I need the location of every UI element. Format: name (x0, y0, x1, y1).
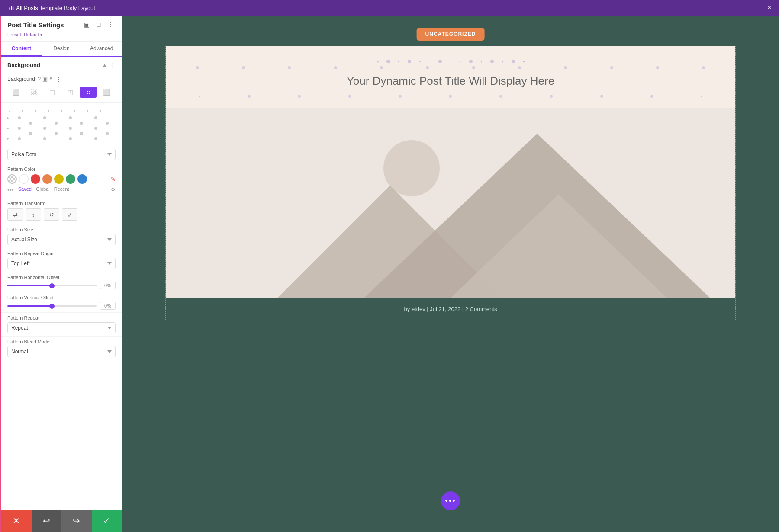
desktop-icon[interactable]: ▣ (82, 20, 91, 29)
color-tab-recent[interactable]: Recent (54, 186, 69, 193)
swatch-yellow[interactable] (54, 174, 64, 184)
pattern-none[interactable]: ⬜ (7, 87, 24, 98)
section-title: Background (7, 62, 40, 68)
color-pencil-icon[interactable]: ✎ (110, 176, 116, 183)
pattern-color-label: Pattern Color (7, 167, 116, 172)
tab-advanced[interactable]: Advanced (81, 42, 122, 57)
swatch-blue[interactable] (77, 174, 87, 184)
pattern-blend-mode-row: Pattern Blend Mode Normal Multiply Scree… (1, 337, 122, 360)
pattern-size-select[interactable]: Actual Size Cover Contain Custom (7, 234, 116, 245)
transform-reset[interactable]: ↺ (44, 208, 59, 221)
pattern-repeat-origin-label: Pattern Repeat Origin (7, 251, 116, 256)
pattern-size-row: Pattern Size Actual Size Cover Contain C… (1, 224, 122, 248)
selection-row-top: ◂ ▾ ▾ ▾ ▾ ▾ ▸ (174, 59, 727, 64)
section-more-icon[interactable]: ⋮ (110, 62, 116, 68)
color-tabs-row: ••• Saved Global Recent ⚙ (7, 186, 116, 193)
pattern-color-row: Pattern Color ✎ ••• Saved Global Recent (1, 163, 122, 197)
panel-title-icons: ▣ □ ⋮ (82, 20, 116, 29)
swatch-transparent[interactable] (7, 174, 17, 184)
dots-row-3: ◂ ▸ (174, 94, 727, 98)
panel-content: Background ▲ ⋮ Background ? ▣ ↖ ⋮ ⬜ (1, 57, 122, 510)
polka-dots-preview: ◂ ▾ ▾ ▾ ▾ ▾ ▾ ▾ ▸ (1, 103, 122, 146)
tabs-row: Content Design Advanced (1, 42, 122, 57)
post-title-text: Your Dynamic Post Title Will Display Her… (347, 74, 554, 87)
pattern-vertical-offset-label: Pattern Vertical Offset (7, 295, 116, 300)
section-header-background: Background ▲ ⋮ (1, 57, 122, 72)
post-title-display: Your Dynamic Post Title Will Display Her… (174, 70, 727, 92)
left-panel: Post Title Settings ▣ □ ⋮ Preset: Defaul… (0, 16, 122, 532)
pattern-vertical-offset-row: Pattern Vertical Offset (1, 292, 122, 313)
three-dots-icon: ••• (445, 497, 456, 506)
tab-content[interactable]: Content (1, 42, 42, 57)
three-dots-button[interactable]: ••• (441, 491, 460, 510)
color-tab-global[interactable]: Global (36, 186, 50, 193)
pattern-polkadot[interactable]: ⠿ (80, 87, 97, 98)
vertical-slider-track[interactable] (7, 305, 97, 307)
pattern-video[interactable]: ◳ (62, 87, 78, 98)
pattern-repeat-row: Pattern Repeat Repeat Repeat X Repeat Y … (1, 313, 122, 337)
save-button[interactable]: ✓ (92, 510, 122, 532)
color-swatches: ✎ (7, 174, 116, 184)
transform-flip-h[interactable]: ⇄ (7, 208, 23, 221)
pattern-type-select[interactable]: Polka Dots Stripes Checkerboard Grid Non… (7, 149, 116, 160)
horizontal-offset-input[interactable] (100, 282, 116, 289)
pattern-transform-row: Pattern Transform ⇄ ↕ ↺ ⤢ (1, 197, 122, 224)
undo-button[interactable]: ↩ (32, 510, 62, 532)
transform-icons: ⇄ ↕ ↺ ⤢ (7, 208, 116, 221)
post-image-area (166, 108, 735, 298)
more-vert-icon[interactable]: ⋮ (106, 20, 116, 29)
collapse-icon[interactable]: ▲ (102, 62, 107, 68)
pattern-blend-mode-select[interactable]: Normal Multiply Screen Overlay Darken Li… (7, 346, 116, 357)
pattern-horizontal-offset-label: Pattern Horizontal Offset (7, 275, 116, 280)
bg-desktop-icon[interactable]: ▣ (42, 76, 48, 82)
title-bar-text: Edit All Posts Template Body Layout (5, 5, 95, 11)
close-button[interactable]: × (765, 3, 774, 12)
category-badge: UNCATEGORIZED (417, 28, 485, 41)
pattern-repeat-label: Pattern Repeat (7, 315, 116, 320)
pattern-dropdown-row: Polka Dots Stripes Checkerboard Grid Non… (1, 146, 122, 163)
title-bar: Edit All Posts Template Body Layout × (0, 0, 779, 16)
pattern-repeat-select[interactable]: Repeat Repeat X Repeat Y No Repeat (7, 322, 116, 333)
tablet-icon[interactable]: □ (94, 20, 103, 29)
background-sub-row: Background ? ▣ ↖ ⋮ (1, 72, 122, 84)
pattern-blend-mode-label: Pattern Blend Mode (7, 339, 116, 344)
swatch-orange[interactable] (42, 174, 52, 184)
redo-button[interactable]: ↪ (61, 510, 92, 532)
pattern-gradient[interactable]: ◫ (44, 87, 60, 98)
pattern-repeat-origin-row: Pattern Repeat Origin Top Left Top Cente… (1, 248, 122, 272)
color-tab-saved[interactable]: Saved (18, 186, 32, 193)
swatch-green[interactable] (66, 174, 75, 184)
post-title-area: ◂ ▾ ▾ ▾ ▾ ▾ ▸ (166, 46, 735, 108)
color-settings-icon[interactable]: ⚙ (111, 186, 116, 193)
transform-scale[interactable]: ⤢ (62, 208, 77, 221)
color-three-dots[interactable]: ••• (7, 186, 14, 193)
swatch-white[interactable] (19, 174, 29, 184)
panel-title: Post Title Settings (7, 21, 64, 29)
pattern-horizontal-offset-row: Pattern Horizontal Offset (1, 272, 122, 292)
vertical-offset-input[interactable] (100, 302, 116, 310)
pattern-transform-label: Pattern Transform (7, 201, 116, 206)
pattern-type-grid: ⬜ 🖼 ◫ ◳ ⠿ ⬜ (1, 84, 122, 103)
post-card-wrapper: ◂ ▾ ▾ ▾ ▾ ▾ ▸ (165, 46, 736, 320)
tab-design[interactable]: Design (42, 42, 82, 57)
image-placeholder-svg (166, 108, 735, 298)
pattern-size-label: Pattern Size (7, 227, 116, 232)
horizontal-slider-track[interactable] (7, 285, 97, 286)
transform-flip-v[interactable]: ↕ (26, 208, 41, 221)
preset-label[interactable]: Preset: Default ▾ (7, 32, 43, 37)
cancel-button[interactable]: ✕ (1, 510, 32, 532)
bg-cursor-icon[interactable]: ↖ (49, 76, 54, 82)
pattern-repeat-origin-select[interactable]: Top Left Top Center Top Right Center Bot… (7, 258, 116, 269)
bottom-bar: ✕ ↩ ↪ ✓ (1, 510, 122, 532)
post-meta-text: by etdev | Jul 21, 2022 | 2 Comments (404, 306, 497, 312)
panel-header: Post Title Settings ▣ □ ⋮ Preset: Defaul… (1, 16, 122, 42)
dots-row-2 (174, 66, 727, 69)
bg-label: Background (7, 76, 35, 82)
post-meta-bar: by etdev | Jul 21, 2022 | 2 Comments (166, 298, 735, 320)
pattern-mask[interactable]: ⬜ (98, 87, 115, 98)
pattern-image[interactable]: 🖼 (26, 87, 42, 98)
bg-help-icon[interactable]: ? (38, 76, 41, 82)
bg-more-icon[interactable]: ⋮ (56, 76, 61, 82)
swatch-red[interactable] (31, 174, 40, 184)
canvas-area: UNCATEGORIZED ◂ ▾ ▾ ▾ ▾ ▾ (122, 16, 779, 532)
